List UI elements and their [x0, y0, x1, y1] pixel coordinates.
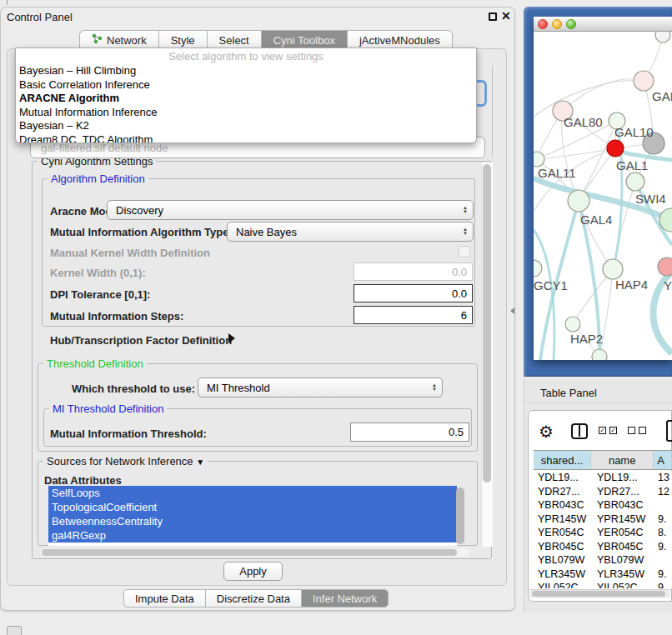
attribute-item-gal4rgexp[interactable]: gal4RGexp [48, 528, 457, 542]
node-gal1-red[interactable] [607, 140, 624, 157]
tab-discretize-data[interactable]: Discretize Data [205, 589, 301, 608]
algorithm-definition-title: Algorithm Definition [48, 172, 148, 185]
table-row[interactable]: YPR145WYPR145W9. [534, 512, 672, 527]
table-cell: YPR145W [592, 512, 655, 527]
tab-impute-data[interactable]: Impute Data [123, 589, 205, 608]
tab-jactivemnodules[interactable]: jActiveMNodules [347, 30, 453, 49]
tab-style[interactable]: Style [158, 30, 207, 49]
table-hscrollbar-thumb[interactable] [532, 591, 665, 597]
table-row[interactable]: YIL052CYIL052C9 [534, 581, 672, 588]
aracne-mode-value: Discovery [116, 204, 163, 217]
deselect-all-checkbox-icon[interactable] [639, 427, 646, 434]
algorithm-option-bayesian-k2[interactable]: Bayesian – K2 [16, 119, 476, 133]
aracne-mode-combo[interactable]: Discovery ▲▼ [107, 200, 474, 220]
mi-type-combo[interactable]: Naive Bayes ▲▼ [227, 222, 474, 242]
table-row[interactable]: YBR045CYBR045C9. [534, 540, 672, 554]
which-threshold-value: MI Threshold [207, 382, 270, 394]
table-cell: YBR045C [534, 540, 592, 554]
control-panel-title: Control Panel [7, 11, 73, 23]
node-gal11[interactable] [534, 152, 544, 167]
attribute-item-topologicalcoefficient[interactable]: TopologicalCoefficient [48, 500, 457, 514]
tab-label: Network [107, 34, 147, 47]
mi-threshold-label: Mutual Information Threshold: [50, 428, 207, 440]
settings-scrollbar-thumb[interactable] [483, 164, 491, 482]
tab-label: Select [219, 34, 249, 47]
tab-cyni-toolbox[interactable]: Cyni Toolbox [261, 30, 347, 49]
tab-select[interactable]: Select [207, 30, 261, 49]
algorithm-option-aracne-algorithm[interactable]: ARACNE Algorithm [16, 92, 476, 106]
select-all-checkbox-icon[interactable]: ✓ [609, 427, 617, 434]
attribute-item-betweennesscentrality[interactable]: BetweennessCentrality [48, 514, 457, 528]
table-row[interactable]: YDR27...YDR27...12 [534, 485, 672, 499]
show-columns-icon[interactable] [571, 423, 588, 439]
close-icon[interactable]: ✕ [501, 9, 511, 22]
node-top-partial[interactable] [655, 32, 670, 42]
node-label-hap4: HAP4 [615, 278, 648, 292]
node-label-swi4: SWI4 [635, 192, 666, 206]
node-y-salmon[interactable] [658, 258, 672, 276]
column-header-shared[interactable]: shared... [534, 451, 591, 469]
minimized-panel-icon[interactable] [7, 626, 22, 635]
select-all-checkbox-icon[interactable]: ✓ [599, 427, 606, 434]
gear-icon[interactable]: ⚙ [539, 422, 554, 442]
network-edge[interactable] [534, 80, 644, 117]
deselect-all-checkbox-icon[interactable] [628, 427, 635, 434]
float-window-icon[interactable] [489, 12, 497, 21]
dpi-tolerance-field[interactable]: 0.0 [354, 284, 473, 302]
algorithm-option-dream8-dc-tdc-algorithm[interactable]: Dream8 DC_TDC Algorithm [16, 133, 476, 143]
node-gal4[interactable] [568, 190, 589, 212]
mi-steps-field[interactable]: 6 [354, 306, 473, 324]
column-header-name[interactable]: name [591, 451, 654, 469]
node-hap4[interactable] [603, 259, 623, 279]
table-cell: YBR045C [592, 540, 655, 554]
algorithm-option-bayesian-hill-climbing[interactable]: Bayesian – Hill Climbing [16, 64, 476, 78]
sources-group-title: Sources for Network Inference ▼ [43, 455, 208, 468]
close-traffic-light-icon[interactable] [538, 19, 548, 29]
table-row[interactable]: YBL079WYBL079W [534, 553, 672, 568]
control-panel-tab-bar: NetworkStyleSelectCyni ToolboxjActiveMNo… [79, 30, 453, 49]
network-edge[interactable] [579, 121, 617, 201]
table-row[interactable]: YDL19...YDL19...13 [534, 471, 672, 485]
bottom-tab-bar: Impute DataDiscretize DataInfer Network [123, 589, 389, 608]
tab-network[interactable]: Network [79, 30, 158, 49]
network-edge[interactable] [579, 201, 613, 269]
table-cell: YDR27... [592, 485, 655, 499]
table-row[interactable]: YER054CYER054C8. [534, 526, 672, 540]
minimize-traffic-light-icon[interactable] [552, 19, 562, 29]
algorithm-option-basic-correlation-inference[interactable]: Basic Correlation Inference [16, 78, 476, 92]
hub-definition-label[interactable]: Hub/Transcription Factor Definition [50, 334, 232, 347]
table-cell: YIL052C [534, 581, 592, 588]
table-row[interactable]: YLR345WYLR345W9. [534, 568, 672, 582]
splitter-collapse-icon[interactable] [510, 308, 514, 314]
node-gcy1[interactable] [534, 260, 542, 277]
node-gal-pink[interactable] [634, 71, 654, 91]
table-cell: YLR345W [534, 568, 592, 582]
node-label-gal10: GAL10 [614, 125, 654, 139]
table-cell: 9. [655, 540, 672, 554]
kernel-width-field[interactable]: 0.0 [354, 262, 473, 281]
network-canvas[interactable]: GALGAL80GAL10GAL1GAL11SWI4GAL4GCY1HAP4YH… [534, 32, 672, 360]
node-swi4[interactable] [626, 172, 644, 191]
tab-infer-network[interactable]: Infer Network [301, 589, 389, 608]
export-table-icon[interactable] [666, 420, 672, 442]
node-hap2[interactable] [565, 317, 580, 332]
table-row[interactable]: YBR043CYBR043C [534, 498, 672, 512]
settings-hscrollbar-thumb[interactable] [42, 549, 457, 556]
zoom-traffic-light-icon[interactable] [566, 19, 576, 29]
which-threshold-combo[interactable]: MI Threshold ▲▼ [198, 378, 443, 398]
manual-kernel-checkbox[interactable] [459, 246, 470, 258]
mi-threshold-group-title: MI Threshold Definition [49, 402, 167, 415]
attribute-item-selfloops[interactable]: SelfLoops [48, 486, 457, 500]
node-bottom-partial[interactable] [592, 349, 607, 360]
table-cell: YDL19... [534, 471, 592, 485]
collapse-arrow-icon[interactable]: ▼ [196, 458, 204, 467]
expand-arrow-icon[interactable] [228, 333, 235, 343]
apply-button[interactable]: Apply [223, 562, 283, 581]
attributes-scrollbar-thumb[interactable] [456, 488, 464, 544]
mi-threshold-field[interactable]: 0.5 [350, 422, 469, 442]
column-header-a[interactable]: A [654, 451, 672, 469]
which-threshold-label: Which threshold to use: [72, 382, 195, 395]
node-label-y: Y [664, 278, 672, 292]
algorithm-option-mutual-information-inference[interactable]: Mutual Information Inference [16, 106, 476, 120]
manual-kernel-label: Manual Kernel Width Definition [50, 247, 210, 259]
